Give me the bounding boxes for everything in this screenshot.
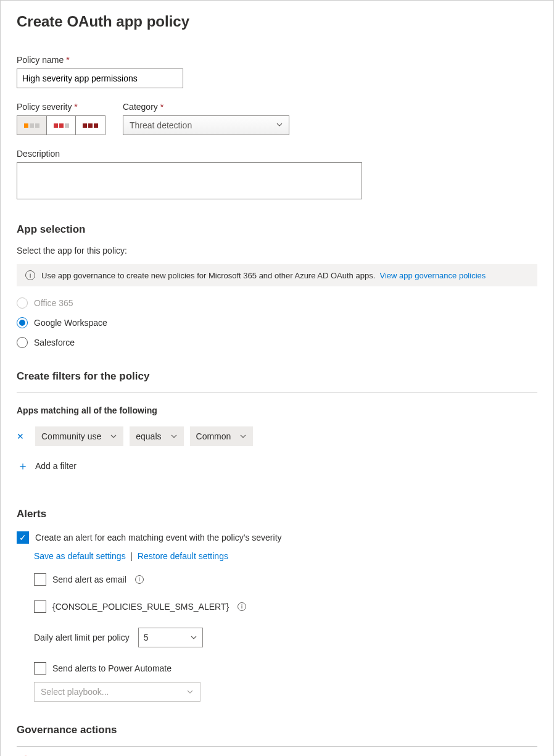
policy-name-label: Policy name bbox=[17, 55, 537, 65]
radio-icon bbox=[17, 317, 28, 328]
add-filter-label: Add a filter bbox=[35, 461, 76, 471]
category-label: Category bbox=[123, 102, 289, 112]
radio-office365: Office 365 bbox=[17, 297, 537, 309]
filters-title: Create filters for the policy bbox=[17, 370, 537, 383]
sms-alert-checkbox-row[interactable]: {CONSOLE_POLICIES_RULE_SMS_ALERT} i bbox=[34, 600, 537, 613]
info-icon[interactable]: i bbox=[238, 602, 246, 611]
create-alert-label: Create an alert for each matching event … bbox=[35, 533, 282, 542]
checkbox-icon bbox=[34, 573, 46, 586]
power-automate-checkbox-row[interactable]: Send alerts to Power Automate bbox=[34, 662, 537, 675]
chevron-down-icon bbox=[190, 634, 197, 641]
governance-google-row[interactable]: Google Workspace bbox=[17, 747, 537, 756]
app-selection-help: Select the app for this policy: bbox=[17, 246, 537, 255]
description-field: Description bbox=[17, 149, 537, 201]
policy-name-input[interactable] bbox=[17, 69, 183, 88]
send-email-label: Send alert as email bbox=[52, 575, 126, 584]
chevron-down-icon bbox=[186, 688, 194, 696]
info-icon[interactable]: i bbox=[135, 575, 144, 584]
radio-label: Google Workspace bbox=[34, 318, 107, 328]
save-default-link[interactable]: Save as default settings bbox=[34, 551, 126, 561]
filters-matching-label: Apps matching all of the following bbox=[17, 405, 537, 415]
info-banner: i Use app governance to create new polic… bbox=[17, 264, 537, 286]
filter-value-select[interactable]: Common bbox=[190, 426, 254, 446]
description-input[interactable] bbox=[17, 162, 362, 199]
checkbox-icon bbox=[34, 600, 46, 613]
create-alert-checkbox-row[interactable]: ✓ Create an alert for each matching even… bbox=[17, 531, 537, 544]
checkbox-icon bbox=[34, 662, 46, 675]
filter-operator-select[interactable]: equals bbox=[130, 426, 183, 446]
restore-default-link[interactable]: Restore default settings bbox=[138, 551, 228, 561]
info-icon: i bbox=[25, 270, 35, 280]
checkbox-icon: ✓ bbox=[17, 531, 29, 544]
app-selection-title: App selection bbox=[17, 223, 537, 236]
radio-google-workspace[interactable]: Google Workspace bbox=[17, 317, 537, 328]
severity-low[interactable] bbox=[17, 116, 47, 135]
divider bbox=[17, 393, 537, 393]
radio-icon bbox=[17, 297, 28, 309]
policy-severity-field: Policy severity bbox=[17, 102, 105, 135]
governance-title: Governance actions bbox=[17, 724, 537, 736]
daily-limit-row: Daily alert limit per policy 5 bbox=[34, 628, 537, 647]
remove-filter-icon[interactable]: ✕ bbox=[17, 431, 29, 441]
severity-high[interactable] bbox=[76, 116, 105, 135]
add-filter-button[interactable]: ＋ Add a filter bbox=[17, 459, 537, 473]
filter-row: ✕ Community use equals Common bbox=[17, 426, 537, 446]
severity-selector[interactable] bbox=[17, 115, 105, 135]
policy-name-field: Policy name bbox=[17, 55, 537, 88]
view-governance-link[interactable]: View app governance policies bbox=[380, 271, 486, 280]
radio-icon bbox=[17, 337, 28, 348]
info-banner-text: Use app governance to create new policie… bbox=[41, 271, 486, 280]
alerts-title: Alerts bbox=[17, 508, 537, 520]
daily-limit-label: Daily alert limit per policy bbox=[34, 633, 130, 642]
alert-settings-links: Save as default settings | Restore defau… bbox=[34, 551, 537, 561]
send-email-checkbox-row[interactable]: Send alert as email i bbox=[34, 573, 537, 586]
radio-label: Salesforce bbox=[34, 338, 75, 347]
description-label: Description bbox=[17, 149, 537, 159]
radio-salesforce[interactable]: Salesforce bbox=[17, 337, 537, 348]
radio-label: Office 365 bbox=[34, 298, 73, 308]
page-title: Create OAuth app policy bbox=[17, 13, 537, 30]
power-automate-label: Send alerts to Power Automate bbox=[52, 663, 172, 673]
playbook-select[interactable]: Select playbook... bbox=[34, 682, 201, 702]
severity-medium[interactable] bbox=[47, 116, 76, 135]
category-select[interactable]: Threat detection bbox=[123, 115, 289, 135]
filter-attribute-select[interactable]: Community use bbox=[35, 426, 123, 446]
daily-limit-select[interactable]: 5 bbox=[138, 628, 203, 647]
category-field: Category Threat detection bbox=[123, 102, 289, 135]
policy-severity-label: Policy severity bbox=[17, 102, 105, 112]
sms-alert-label: {CONSOLE_POLICIES_RULE_SMS_ALERT} bbox=[52, 602, 229, 612]
plus-icon: ＋ bbox=[17, 459, 29, 473]
